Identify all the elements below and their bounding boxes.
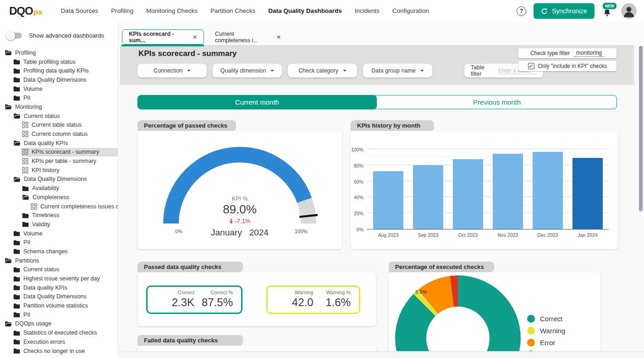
sidebar-item-kpi-history[interactable]: KPI history <box>0 166 118 175</box>
folder-icon <box>13 294 20 300</box>
bar-oct-2023 <box>453 159 483 229</box>
sidebar-item-highest-issue-severity-per-day[interactable]: Highest issue severity per day <box>0 274 118 283</box>
check-type-filter[interactable]: Check type filter monitoring <box>518 48 616 58</box>
sidebar-item-monitoring[interactable]: Monitoring <box>0 102 118 112</box>
sidebar-item-profiling-data-quality-kpis[interactable]: Profiling data quality KPIs <box>0 66 118 75</box>
show-advanced-toggle[interactable] <box>7 33 22 39</box>
month-toggle: Current month Previous month <box>138 95 617 109</box>
include-in-kpi-checkbox[interactable]: ✓ <box>528 63 534 69</box>
page-title: KPIs scorecard - summary <box>138 49 237 58</box>
sidebar-item-table-profiling-status[interactable]: Table profiling status <box>0 57 118 67</box>
nav-data-sources[interactable]: Data Sources <box>55 0 105 22</box>
tab-current-completeness[interactable]: Current completeness i... ✕ <box>209 29 287 45</box>
sidebar-item-current-column-status[interactable]: Current column status <box>0 129 118 139</box>
folder-icon <box>13 330 20 336</box>
nav-data-quality-dashboards[interactable]: Data Quality Dashboards <box>262 0 348 22</box>
sidebar-item-current-status[interactable]: Current status <box>0 112 118 121</box>
synchronize-button[interactable]: Synchronize <box>534 3 594 19</box>
folder-icon <box>13 240 20 246</box>
filter-dropdown-quality-dimension[interactable]: Quality dimension <box>213 64 282 78</box>
history-card: 0%20%40%60%80%100% Aug 2023Sep 2023Oct 2… <box>351 131 618 249</box>
legend-dot-icon <box>527 315 535 323</box>
dqops-logo[interactable]: DQO ps <box>0 5 55 17</box>
top-navigation-bar: DQO ps Data SourcesProfilingMonitoring C… <box>0 0 644 22</box>
passed-card: Correct2.3K Correct %87.5% Warning42.0 W… <box>138 272 376 326</box>
sidebar-item-validity[interactable]: Validity <box>0 220 118 229</box>
correct-stat-box: Correct2.3K Correct %87.5% <box>146 285 242 314</box>
sidebar-item-data-quality-dimensions[interactable]: Data Quality Dimensions <box>0 175 118 184</box>
chevron-down-icon <box>187 70 191 72</box>
sidebar-item-pii[interactable]: PII <box>0 93 118 102</box>
legend-correct: Correct <box>527 313 565 324</box>
tab-kpis-scorecard[interactable]: KPIs scorecard - sum... ✕ <box>122 29 204 45</box>
folder-icon <box>22 213 29 218</box>
notifications-bell-icon[interactable]: NEW <box>602 4 614 18</box>
folder-open-icon <box>13 113 21 119</box>
sidebar-item-availability[interactable]: Availability <box>0 184 118 193</box>
sidebar-item-dqops-usage[interactable]: DQOps usage <box>0 319 118 329</box>
folder-icon <box>22 221 29 227</box>
donut-hole <box>426 307 490 351</box>
failed-card-label: Failed data quality checks <box>138 335 243 346</box>
filter-dropdown-data-group-name[interactable]: Data group name <box>363 64 432 78</box>
sidebar-item-kpis-scorecard-summary[interactable]: KPIs scorecard - summary <box>0 148 118 157</box>
donut-slice-label: 8.9% <box>415 289 427 295</box>
sidebar-item-data-quality-kpis[interactable]: Data quality KPIs <box>0 139 118 148</box>
folder-icon <box>13 312 20 318</box>
sidebar-item-pii[interactable]: PII <box>0 310 118 319</box>
nav-profiling[interactable]: Profiling <box>105 0 140 22</box>
sidebar-item-execution-errors[interactable]: Execution errors <box>0 337 118 347</box>
dashboard-content: Current month Previous month Percentage … <box>119 85 637 351</box>
user-avatar[interactable] <box>621 3 637 19</box>
toggle-knob <box>6 31 15 40</box>
bar-series <box>367 149 609 229</box>
sidebar-item-current-status[interactable]: Current status <box>0 265 118 274</box>
sidebar-item-timeliness[interactable]: Timeliness <box>0 211 118 220</box>
help-icon[interactable]: ? <box>517 6 526 16</box>
filter-dropdown-connection[interactable]: Connection <box>138 64 207 78</box>
sidebar-item-data-quality-dimensions[interactable]: Data Quality Dimensions <box>0 75 118 84</box>
nav-monitoring-checks[interactable]: Monitoring Checks <box>140 0 204 22</box>
gauge-card-label: Percentage of passed checks <box>138 120 236 131</box>
sidebar-item-statistics-of-executed-checks[interactable]: Statistics of executed checks <box>0 328 118 337</box>
close-icon[interactable]: ✕ <box>193 34 197 40</box>
check-type-filter-value[interactable]: monitoring <box>573 50 605 57</box>
sidebar-item-schema-changes[interactable]: Schema changes <box>0 247 118 256</box>
sidebar-item-volume[interactable]: Volume <box>0 84 118 94</box>
correct-pct: 87.5% <box>194 296 233 309</box>
bar-dec-2023 <box>533 152 563 229</box>
folder-icon <box>13 77 20 83</box>
current-month-button[interactable]: Current month <box>138 95 377 109</box>
sidebar-item-profiling[interactable]: Profiling <box>0 48 118 57</box>
sidebar-item-pii[interactable]: PII <box>0 238 118 247</box>
filter-dropdown-check-category[interactable]: Check category <box>288 64 357 78</box>
nav-configuration[interactable]: Configuration <box>386 0 435 22</box>
dashboard-icon <box>31 203 37 210</box>
sidebar-item-current-table-status[interactable]: Current table status <box>0 121 118 130</box>
nav-partition-checks[interactable]: Partition Checks <box>204 0 262 22</box>
sidebar-item-partitions[interactable]: Partitions <box>0 256 118 265</box>
sidebar-item-completeness[interactable]: Completeness <box>0 193 118 202</box>
sidebar-item-checks-no-longer-in-use[interactable]: Checks no longer in use <box>0 347 118 356</box>
previous-month-button[interactable]: Previous month <box>374 95 617 109</box>
dashboard-tabbar: KPIs scorecard - sum... ✕ Current comple… <box>119 22 644 45</box>
sidebar-item-kpis-per-table-summary[interactable]: KPIs per table - summary <box>0 157 118 166</box>
sidebar-item-data-quality-kpis[interactable]: Data quality KPIs <box>0 283 118 292</box>
dashboard-icon <box>22 167 28 173</box>
sidebar-item-data-quality-dimensions[interactable]: Data Quality Dimensions <box>0 292 118 302</box>
arrow-down-icon <box>229 218 233 224</box>
new-badge: NEW <box>602 2 617 10</box>
sidebar-item-volume[interactable]: Volume <box>0 229 118 238</box>
bar-aug-2023 <box>373 171 403 229</box>
sidebar-item-partition-volume-statistics[interactable]: Partition volume statistics <box>0 301 118 310</box>
filter-row: ConnectionQuality dimensionCheck categor… <box>138 64 432 78</box>
dashboard-icon <box>22 122 28 128</box>
folder-icon <box>13 68 20 74</box>
vertical-scrollbar-thumb[interactable] <box>639 46 643 211</box>
nav-incidents[interactable]: Incidents <box>348 0 386 22</box>
gauge-period: January2024 <box>138 228 342 238</box>
folder-icon <box>13 276 20 282</box>
folder-icon <box>13 339 20 345</box>
sidebar-item-current-completeness-issues-on-colu[interactable]: Current completeness issues on colu <box>0 202 118 211</box>
close-icon[interactable]: ✕ <box>276 34 281 40</box>
